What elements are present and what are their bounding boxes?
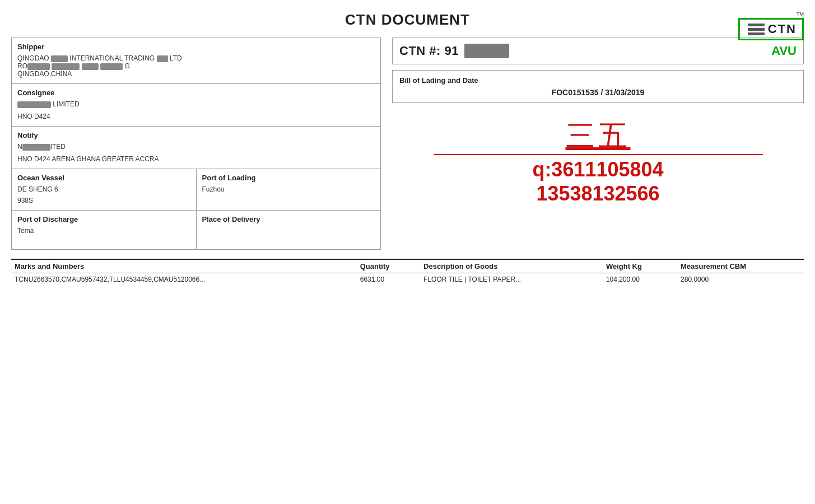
port-discharge-title: Port of Discharge: [17, 215, 190, 223]
ctn-number-box: CTN #: 91 AVU: [392, 38, 804, 64]
consignee-section: Consignee LIMITED HNO D424: [12, 84, 380, 127]
notify-line1: NITED: [17, 143, 375, 151]
page-title: CTN DOCUMENT: [11, 11, 804, 29]
consignee-content: LIMITED HNO D424: [17, 100, 375, 120]
ctn-logo: TM CTN: [738, 11, 804, 40]
port-loading-col: Port of Loading Fuzhou: [197, 169, 381, 210]
goods-table: Marks and Numbers Quantity Description o…: [11, 259, 804, 286]
table-row: TCNU2663570,CMAU5957432,TLLU4534459,CMAU…: [11, 273, 804, 286]
bol-title: Bill of Lading and Date: [399, 76, 797, 85]
notify-section: Notify NITED HNO D424 ARENA GHANA GREATE…: [12, 127, 380, 169]
port-loading-title: Port of Loading: [202, 174, 375, 182]
ocean-vessel-title: Ocean Vessel: [17, 174, 190, 182]
shipper-title: Shipper: [17, 43, 375, 51]
place-delivery-col: Place of Delivery: [197, 211, 381, 249]
contact-divider: [434, 154, 763, 155]
logo-text: CTN: [768, 22, 797, 36]
cell-description: FLOOR TILE | TOILET PAPER...: [420, 273, 603, 286]
col-marks: Marks and Numbers: [11, 259, 357, 273]
ctn-redacted-bar: [464, 44, 509, 58]
contact-phone: 13538132566: [392, 181, 804, 206]
shipper-line1: QINGDAO INTERNATIONAL TRADING LTD: [17, 54, 375, 62]
bol-value: FOC0151535 / 31/03/2019: [399, 88, 797, 97]
chinese-chars: 三五: [392, 120, 804, 152]
consignee-line1: LIMITED: [17, 100, 375, 108]
logo-bars: [748, 24, 765, 35]
vessel-loading-row: Ocean Vessel DE SHENG 6 938S Port of Loa…: [12, 169, 380, 211]
avu-label: AVU: [771, 44, 797, 58]
ocean-vessel-content: DE SHENG 6 938S: [17, 185, 190, 204]
port-loading-value: Fuzhou: [202, 185, 375, 202]
cell-quantity: 6631.00: [357, 273, 420, 286]
place-delivery-value: [202, 227, 375, 244]
vessel-name: DE SHENG 6: [17, 185, 190, 193]
col-cbm: Measurement CBM: [677, 259, 804, 273]
cell-marks: TCNU2663570,CMAU5957432,TLLU4534459,CMAU…: [11, 273, 357, 286]
notify-content: NITED HNO D424 ARENA GHANA GREATER ACCRA: [17, 143, 375, 163]
col-quantity: Quantity: [357, 259, 420, 273]
chinese-section: 三五 q:3611105804 13538132566: [392, 120, 804, 206]
col-weight: Weight Kg: [603, 259, 677, 273]
contact-q: q:3611105804: [392, 157, 804, 181]
logo-box: CTN: [738, 18, 804, 40]
ocean-vessel-col: Ocean Vessel DE SHENG 6 938S: [12, 169, 197, 210]
vessel-voyage: 938S: [17, 197, 190, 204]
notify-line2: HNO D424 ARENA GHANA GREATER ACCRA: [17, 155, 375, 163]
port-discharge-value: Tema: [17, 227, 190, 244]
shipper-line3: QINGDAO,CHINA: [17, 70, 375, 78]
consignee-line2: HNO D424: [17, 113, 375, 120]
shipper-content: QINGDAO INTERNATIONAL TRADING LTD RO G Q…: [17, 54, 375, 78]
port-discharge-col: Port of Discharge Tema: [12, 211, 197, 249]
left-panel: Shipper QINGDAO INTERNATIONAL TRADING LT…: [11, 38, 381, 250]
col-description: Description of Goods: [420, 259, 603, 273]
cell-weight: 104,200.00: [603, 273, 677, 286]
right-panel: CTN #: 91 AVU Bill of Lading and Date FO…: [392, 38, 804, 250]
ctn-number: CTN #: 91: [399, 44, 459, 58]
shipper-line2: RO G: [17, 62, 375, 70]
shipper-section: Shipper QINGDAO INTERNATIONAL TRADING LT…: [12, 38, 380, 84]
notify-title: Notify: [17, 131, 375, 139]
discharge-delivery-row: Port of Discharge Tema Place of Delivery: [12, 211, 380, 249]
cell-cbm: 280.0000: [677, 273, 804, 286]
place-delivery-title: Place of Delivery: [202, 215, 375, 223]
consignee-title: Consignee: [17, 88, 375, 97]
bol-box: Bill of Lading and Date FOC0151535 / 31/…: [392, 70, 804, 103]
tm-badge: TM: [738, 11, 804, 17]
